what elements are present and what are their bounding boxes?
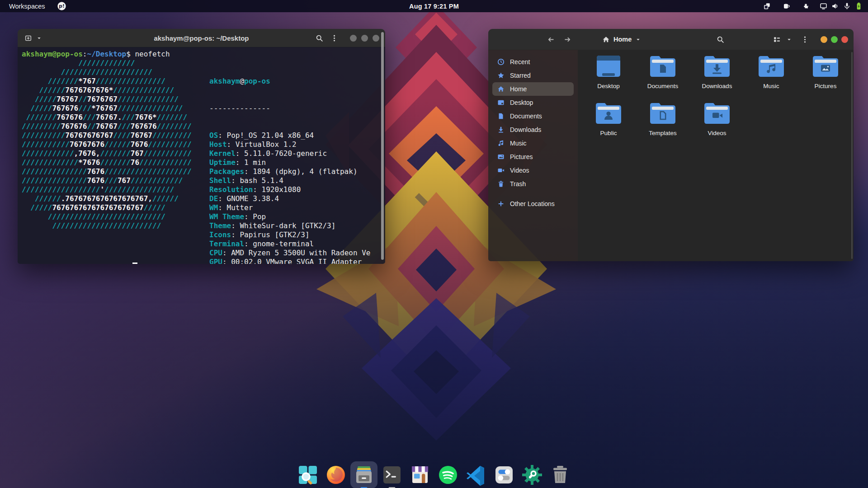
kebab-menu-icon[interactable] <box>330 34 338 42</box>
dock-item-vscode[interactable] <box>465 464 487 486</box>
dock-item-files[interactable] <box>353 464 375 486</box>
templates-folder-icon <box>648 101 677 126</box>
dock-item-terminal[interactable] <box>381 464 403 486</box>
caret-down-icon[interactable] <box>786 37 792 42</box>
star-icon <box>497 72 505 79</box>
folder-music[interactable]: Music <box>744 54 798 90</box>
sidebar-item-music[interactable]: Music <box>492 136 574 150</box>
terminal-headerbar[interactable]: akshaym@pop-os: ~/Desktop <box>18 29 385 47</box>
sidebar-item-home[interactable]: Home <box>492 82 574 96</box>
speaker-icon[interactable] <box>831 2 839 10</box>
dock-item-firefox[interactable] <box>325 464 347 486</box>
music-icon <box>497 140 505 147</box>
dock-item-tweaks[interactable] <box>521 464 543 486</box>
dock-item-pop-shop[interactable] <box>409 464 431 486</box>
terminal-content[interactable]: akshaym@pop-os:~/Desktop$ neofetch /////… <box>18 47 385 264</box>
folder-label: Desktop <box>597 82 620 90</box>
folder-videos[interactable]: Videos <box>690 101 744 137</box>
folder-desktop[interactable]: Desktop <box>581 54 636 90</box>
sidebar-item-desktop[interactable]: Desktop <box>492 96 574 109</box>
dock-item-pop-launcher[interactable] <box>297 464 319 486</box>
ascii-art-line: ///////////////////// <box>22 68 209 77</box>
sidebar-item-documents[interactable]: Documents <box>492 109 574 123</box>
workspaces-button[interactable]: Workspaces <box>9 3 45 10</box>
folder-pictures[interactable]: Pictures <box>798 54 853 90</box>
window-button[interactable] <box>361 35 368 42</box>
trash-icon <box>549 464 571 486</box>
ascii-art-line: //////.7676767676767676767,////// <box>22 194 209 203</box>
back-arrow-icon[interactable] <box>547 36 555 43</box>
pop-os-logo-icon[interactable]: p! <box>57 1 66 11</box>
display-icon[interactable] <box>820 2 827 10</box>
system-menu[interactable] <box>820 2 863 10</box>
ascii-art-line: ///////////76767676//////7676////////// <box>22 140 209 149</box>
folder-label: Documents <box>647 82 678 90</box>
microphone-icon[interactable] <box>843 2 851 10</box>
desktop-folder-icon <box>594 54 623 79</box>
window-button[interactable] <box>350 35 357 42</box>
tray-indicators <box>763 2 810 10</box>
sidebar-item-other-locations[interactable]: Other Locations <box>492 197 574 211</box>
sidebar-item-videos[interactable]: Videos <box>492 164 574 177</box>
sidebar-item-label: Downloads <box>510 126 541 133</box>
ascii-art-line: ///////767676///76767.///7676*/////// <box>22 113 209 122</box>
windows-icon[interactable] <box>763 2 771 10</box>
ascii-art-line: ///////////////7676//////////////////// <box>22 167 209 176</box>
top-bar: Workspaces p! Aug 17 9:21 PM <box>0 0 868 12</box>
prompt-user-host: akshaym@pop-os <box>22 50 83 58</box>
search-button[interactable] <box>717 36 724 43</box>
dock <box>0 464 868 486</box>
files-scrollbar[interactable] <box>851 52 853 259</box>
folder-public[interactable]: Public <box>581 101 636 137</box>
window-button[interactable] <box>821 36 827 43</box>
battery-icon[interactable] <box>855 2 863 10</box>
dock-item-spotify[interactable] <box>437 464 459 486</box>
sidebar-item-starred[interactable]: Starred <box>492 69 574 82</box>
view-list-icon[interactable] <box>773 36 781 43</box>
window-button[interactable] <box>373 35 379 42</box>
terminal-scrollbar[interactable] <box>381 32 384 260</box>
folder-label: Pictures <box>815 82 837 90</box>
neofetch-info: akshaym@pop-os -------------- OS: Pop!_O… <box>209 59 370 264</box>
kebab-menu-icon[interactable] <box>801 36 809 43</box>
neofetch-field: OS: Pop!_OS 21.04 x86_64 <box>209 131 370 140</box>
sidebar-item-trash[interactable]: Trash <box>492 177 574 191</box>
plus-icon <box>497 200 505 207</box>
firefox-icon <box>325 464 347 486</box>
path-button[interactable]: Home <box>602 36 641 43</box>
terminal-icon <box>381 464 403 486</box>
files-icon <box>353 464 375 486</box>
ascii-art-line: /////////767676//76767///767676//////// <box>22 122 209 131</box>
coffee-icon[interactable] <box>783 2 790 10</box>
terminal-window: akshaym@pop-os: ~/Desktop akshaym@pop-os… <box>18 29 385 264</box>
ascii-art-line: //////////76767676767////76767///////// <box>22 131 209 140</box>
forward-arrow-icon[interactable] <box>564 36 571 43</box>
sidebar-item-recent[interactable]: Recent <box>492 55 574 69</box>
video-icon <box>497 167 505 174</box>
files-headerbar[interactable]: Home <box>488 29 854 50</box>
ascii-art-line: /////////////////////////// <box>22 212 209 221</box>
window-button[interactable] <box>831 36 838 43</box>
dock-item-trash[interactable] <box>549 464 571 486</box>
terminal-prompt-line: akshaym@pop-os:~/Desktop$ neofetch <box>22 50 385 59</box>
neofetch-field: Uptime: 1 min <box>209 158 370 167</box>
search-icon[interactable] <box>316 34 323 42</box>
ascii-art-line: /////////////*7676///////76//////////// <box>22 158 209 167</box>
public-folder-icon <box>594 101 623 126</box>
downloads-folder-icon <box>703 54 731 79</box>
window-button[interactable] <box>841 36 848 43</box>
sidebar-item-downloads[interactable]: Downloads <box>492 123 574 136</box>
clock[interactable]: Aug 17 9:21 PM <box>409 3 459 10</box>
files-content[interactable]: DesktopDocumentsDownloadsMusicPicturesPu… <box>578 50 854 261</box>
sidebar-item-label: Other Locations <box>510 200 555 207</box>
folder-documents[interactable]: Documents <box>636 54 690 90</box>
folder-downloads[interactable]: Downloads <box>690 54 744 90</box>
ascii-art-line: //////7676767676*////////////// <box>22 86 209 95</box>
documents-folder-icon <box>648 54 677 79</box>
neofetch-field: Resolution: 868x488 <box>209 185 370 194</box>
dock-item-settings[interactable] <box>493 464 515 486</box>
folder-templates[interactable]: Templates <box>636 101 690 137</box>
sidebar-item-pictures[interactable]: Pictures <box>492 150 574 164</box>
clock-icon <box>497 58 505 66</box>
puzzle-icon[interactable] <box>802 2 810 10</box>
